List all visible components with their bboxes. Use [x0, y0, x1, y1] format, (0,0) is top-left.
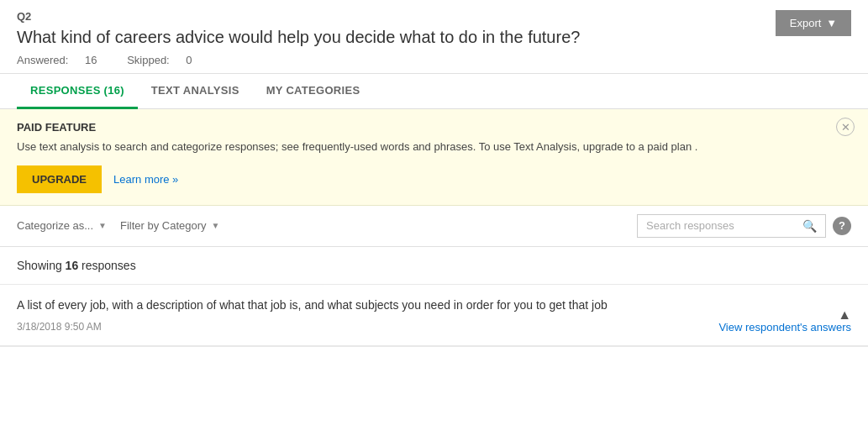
paid-feature-description: Use text analysis to search and categori…	[17, 139, 851, 155]
filter-arrow-icon: ▼	[212, 221, 220, 230]
showing-suffix: responses	[78, 259, 135, 272]
skipped-count: 0	[186, 54, 192, 66]
help-icon[interactable]: ?	[833, 217, 851, 235]
response-date: 3/18/2018 9:50 AM	[17, 321, 102, 333]
export-arrow-icon: ▼	[826, 17, 837, 29]
learn-more-link[interactable]: Learn more »	[113, 173, 178, 186]
toolbar-left: Categorize as... ▼ Filter by Category ▼	[17, 216, 623, 235]
filter-by-category-dropdown[interactable]: Filter by Category ▼	[120, 216, 220, 235]
skipped-meta: Skipped: 0	[127, 54, 205, 66]
question-info: Q2 What kind of careers advice would hel…	[17, 10, 580, 66]
tab-text-analysis[interactable]: TEXT ANALYSIS	[138, 74, 253, 109]
paid-feature-actions: UPGRADE Learn more »	[17, 165, 851, 193]
view-respondent-answers-link[interactable]: View respondent's answers	[718, 321, 851, 333]
tabs-bar: RESPONSES (16) TEXT ANALYSIS MY CATEGORI…	[0, 74, 868, 109]
question-id: Q2	[17, 10, 580, 23]
question-header: Q2 What kind of careers advice would hel…	[0, 0, 868, 74]
export-button[interactable]: Export ▼	[776, 10, 851, 36]
tab-responses[interactable]: RESPONSES (16)	[17, 74, 138, 109]
question-meta: Answered: 16 Skipped: 0	[17, 54, 580, 66]
upgrade-button[interactable]: UPGRADE	[17, 165, 102, 193]
toolbar: Categorize as... ▼ Filter by Category ▼ …	[0, 206, 868, 247]
tab-my-categories[interactable]: MY CATEGORIES	[253, 74, 374, 109]
toolbar-right: 🔍 ?	[637, 214, 851, 238]
question-text: What kind of careers advice would help y…	[17, 28, 580, 47]
answered-meta: Answered: 16	[17, 54, 113, 66]
showing-text: Showing 16 responses	[17, 259, 136, 272]
response-item: A list of every job, with a description …	[0, 285, 868, 347]
paid-feature-banner: PAID FEATURE Use text analysis to search…	[0, 109, 868, 206]
results-summary: Showing 16 responses	[0, 247, 868, 285]
response-count: 16	[66, 259, 79, 272]
categorize-label: Categorize as...	[17, 219, 93, 232]
search-icon: 🔍	[802, 219, 817, 233]
paid-feature-title: PAID FEATURE	[17, 121, 851, 134]
close-banner-button[interactable]: ✕	[836, 118, 855, 136]
response-footer: 3/18/2018 9:50 AM View respondent's answ…	[17, 321, 851, 333]
response-content: A list of every job, with a description …	[0, 285, 868, 346]
chevron-up-icon: ▲	[838, 307, 851, 323]
answered-count: 16	[85, 54, 97, 66]
answered-label: Answered:	[17, 54, 68, 66]
search-box: 🔍	[637, 214, 826, 238]
categorize-arrow-icon: ▼	[98, 221, 107, 230]
categorize-dropdown[interactable]: Categorize as... ▼	[17, 216, 107, 235]
filter-label: Filter by Category	[120, 219, 207, 232]
showing-prefix: Showing	[17, 259, 66, 272]
export-label: Export	[790, 17, 822, 29]
response-text: A list of every job, with a description …	[17, 297, 851, 314]
search-input[interactable]	[646, 219, 797, 232]
skipped-label: Skipped:	[127, 54, 170, 66]
